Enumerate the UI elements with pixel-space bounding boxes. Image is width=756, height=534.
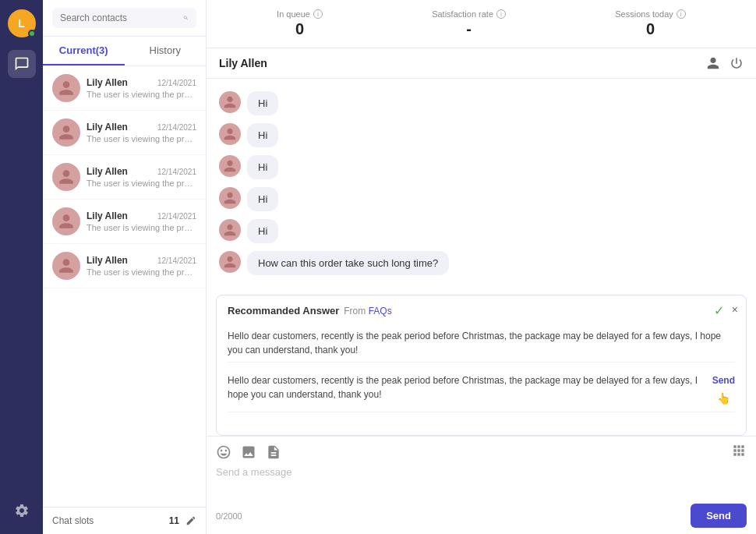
settings-nav-icon[interactable] [8, 497, 36, 525]
contact-list: Lily Allen 12/14/2021 The user is viewin… [43, 66, 206, 507]
contact-preview: The user is viewing the produ... [87, 179, 196, 188]
chat-nav-icon[interactable] [8, 50, 36, 78]
contact-item[interactable]: Lily Allen 12/14/2021 The user is viewin… [43, 200, 206, 244]
check-icon: ✓ [714, 303, 724, 318]
info-icon: i [496, 9, 506, 19]
message-row: Hi [219, 123, 744, 147]
contact-preview: The user is viewing the produ... [87, 223, 196, 232]
contacts-panel: Current(3) History Lily Allen 12/14/2021… [43, 0, 207, 534]
avatar-icon [223, 95, 237, 109]
answer-item: Hello dear customers, recently is the pe… [228, 369, 735, 412]
contact-name: Lily Allen [87, 255, 128, 266]
input-toolbar-left [216, 444, 281, 460]
input-toolbar [216, 443, 747, 462]
contact-avatar [52, 74, 80, 102]
person-icon[interactable] [706, 56, 720, 70]
message-row: Hi [219, 91, 744, 115]
tab-current[interactable]: Current(3) [43, 37, 125, 65]
search-icon [183, 12, 189, 23]
search-bar [43, 0, 206, 37]
contact-preview: The user is viewing the produ... [87, 90, 196, 99]
message-bubble: How can this order take such long time? [247, 251, 449, 275]
message-row: Hi [219, 187, 744, 211]
faqs-link[interactable]: FAQs [369, 306, 392, 317]
recommended-header: Recommanded Answer From FAQs [228, 305, 735, 317]
contact-name: Lily Allen [87, 210, 128, 221]
message-avatar [219, 219, 241, 241]
emoji-icon[interactable] [216, 444, 231, 460]
contact-item[interactable]: Lily Allen 12/14/2021 The user is viewin… [43, 155, 206, 200]
tab-history[interactable]: History [125, 37, 207, 65]
cursor-indicator: 👆 [717, 391, 730, 407]
answer-send-button[interactable]: Send [712, 373, 735, 387]
search-input[interactable] [60, 12, 177, 23]
document-icon[interactable] [266, 444, 281, 460]
avatar-icon [223, 159, 237, 173]
contact-info: Lily Allen 12/14/2021 The user is viewin… [87, 166, 196, 188]
contact-item[interactable]: Lily Allen 12/14/2021 The user is viewin… [43, 244, 206, 288]
contact-name: Lily Allen [87, 166, 128, 177]
stat-item: Satisfaction rate i - [432, 9, 506, 38]
message-input[interactable] [216, 466, 747, 494]
answer-text: Hello dear customers, recently is the pe… [228, 331, 721, 355]
power-icon[interactable] [730, 56, 744, 70]
close-recommended-button[interactable]: × [732, 303, 738, 316]
contact-item[interactable]: Lily Allen 12/14/2021 The user is viewin… [43, 111, 206, 155]
avatar-icon [223, 127, 237, 141]
messages-area: Hi Hi Hi Hi Hi [207, 79, 756, 295]
contact-avatar [52, 163, 80, 191]
contact-item[interactable]: Lily Allen 12/14/2021 The user is viewin… [43, 66, 206, 111]
edit-icon[interactable] [185, 515, 196, 526]
contact-preview: The user is viewing the produ... [87, 267, 196, 277]
message-row: Hi [219, 155, 744, 179]
avatar-icon [223, 191, 237, 205]
user-avatar[interactable]: L [8, 9, 36, 37]
stat-label: In queue i [277, 9, 323, 19]
gear-icon [14, 503, 30, 518]
apps-icon[interactable] [731, 443, 747, 458]
stat-label: Sessions today i [615, 9, 686, 19]
contact-date: 12/14/2021 [157, 256, 196, 265]
send-button[interactable]: Send [691, 504, 747, 528]
answer-item: Hello dear customers, recently is the pe… [228, 419, 735, 426]
chat-slots-count: 11 [169, 515, 179, 526]
chat-slots-right: 11 [169, 515, 196, 526]
char-count: 0/2000 [216, 511, 242, 521]
contact-name: Lily Allen [87, 122, 128, 133]
chat-contact-name: Lily Allen [219, 57, 267, 69]
stat-value: 0 [277, 20, 323, 38]
chat-header-icons [706, 56, 744, 70]
message-bubble: Hi [247, 187, 278, 211]
contact-avatar [52, 207, 80, 235]
message-avatar [219, 155, 241, 177]
message-avatar [219, 123, 241, 145]
contact-date: 12/14/2021 [157, 212, 196, 221]
image-icon[interactable] [241, 444, 256, 460]
message-avatar [219, 187, 241, 209]
chat-slots-bar: Chat slots 11 [43, 507, 206, 534]
answer-item: Hello dear customers, recently is the pe… [228, 324, 735, 362]
contact-name: Lily Allen [87, 77, 128, 88]
recommended-source: From FAQs [344, 306, 391, 317]
chat-icon [14, 56, 30, 72]
message-bubble: Hi [247, 155, 278, 179]
contact-date: 12/14/2021 [157, 79, 196, 87]
input-footer: 0/2000 Send [216, 504, 747, 528]
contact-date: 12/14/2021 [157, 123, 196, 132]
message-avatar [219, 251, 241, 273]
input-area: 0/2000 Send [207, 436, 756, 534]
contact-avatar [52, 118, 80, 147]
avatar-icon [223, 255, 237, 269]
message-bubble: Hi [247, 123, 278, 147]
message-row: How can this order take such long time? [219, 251, 744, 275]
answer-text: Hello dear customers, recently is the pe… [228, 373, 706, 401]
contact-info: Lily Allen 12/14/2021 The user is viewin… [87, 255, 196, 277]
stat-value: 0 [615, 20, 686, 38]
avatar-icon [223, 223, 237, 237]
message-bubble: Hi [247, 219, 278, 243]
contact-info: Lily Allen 12/14/2021 The user is viewin… [87, 210, 196, 232]
stat-value: - [432, 20, 506, 38]
contact-avatar [52, 252, 80, 280]
answer-text: Hello dear customers, recently is the pe… [228, 425, 721, 426]
stat-item: In queue i 0 [277, 9, 323, 38]
